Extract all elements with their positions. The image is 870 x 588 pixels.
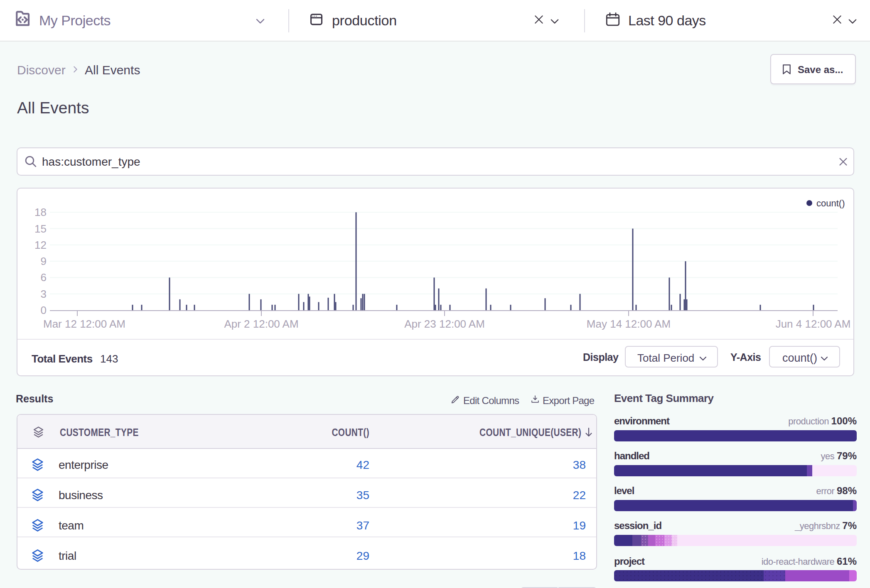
svg-text:count(): count() <box>816 198 845 208</box>
svg-text:12: 12 <box>34 239 47 251</box>
svg-text:Apr 2 12:00 AM: Apr 2 12:00 AM <box>224 318 298 330</box>
svg-text:May 14 12:00 AM: May 14 12:00 AM <box>587 318 671 330</box>
svg-text:Mar 12 12:00 AM: Mar 12 12:00 AM <box>43 318 125 330</box>
svg-text:9: 9 <box>41 255 47 267</box>
svg-text:6: 6 <box>41 271 47 284</box>
svg-text:0: 0 <box>41 304 47 316</box>
svg-text:3: 3 <box>41 288 47 300</box>
svg-text:18: 18 <box>34 206 47 218</box>
svg-text:15: 15 <box>34 223 47 235</box>
svg-text:Jun 4 12:00 AM: Jun 4 12:00 AM <box>776 318 851 330</box>
svg-text:Apr 23 12:00 AM: Apr 23 12:00 AM <box>404 318 485 330</box>
